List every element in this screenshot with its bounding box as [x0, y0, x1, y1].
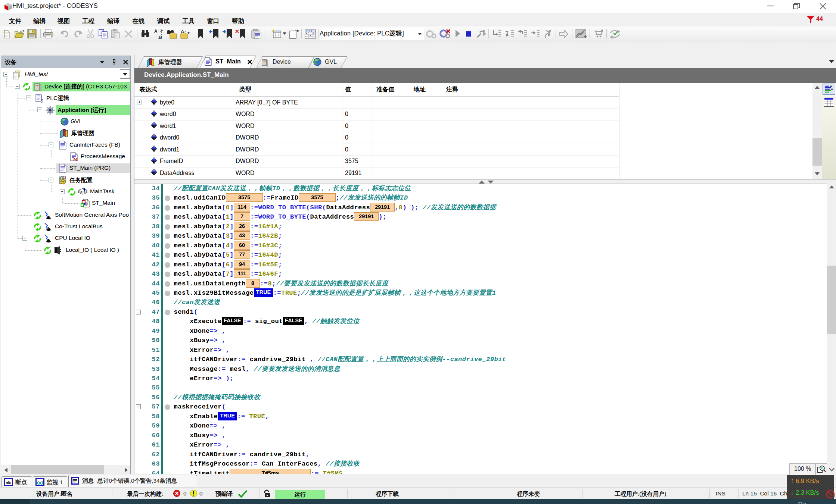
svg-text:M: M [73, 156, 78, 161]
svg-text:A: A [154, 29, 158, 34]
